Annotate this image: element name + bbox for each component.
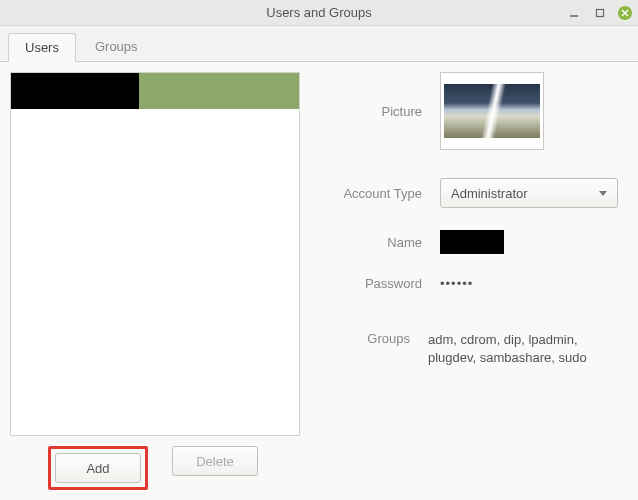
tab-groups[interactable]: Groups [78,32,155,61]
groups-value[interactable]: adm, cdrom, dip, lpadmin, plugdev, samba… [428,331,618,367]
row-name: Name [330,230,618,254]
label-password: Password [330,276,440,291]
row-account-type: Account Type Administrator [330,178,618,208]
tabbar: Users Groups [0,26,638,62]
user-row-selected[interactable] [11,73,299,109]
delete-button[interactable]: Delete [172,446,258,476]
label-picture: Picture [330,72,440,119]
label-name: Name [330,235,440,250]
picture-button[interactable] [440,72,544,150]
details-pane: Picture Account Type Administrator Name … [310,72,628,490]
add-highlight: Add [48,446,148,490]
window-title: Users and Groups [266,5,372,20]
account-type-value: Administrator [451,186,528,201]
password-value[interactable]: •••••• [440,276,473,291]
account-type-dropdown[interactable]: Administrator [440,178,618,208]
tab-users[interactable]: Users [8,33,76,62]
label-account-type: Account Type [330,186,440,201]
minimize-button[interactable] [566,5,582,21]
maximize-button[interactable] [592,5,608,21]
window-controls [566,0,632,26]
titlebar: Users and Groups [0,0,638,26]
avatar-image [444,84,540,138]
name-redacted-block[interactable] [440,230,504,254]
content-area: Add Delete Picture Account Type Administ… [0,62,638,500]
row-groups: Groups adm, cdrom, dip, lpadmin, plugdev… [330,331,618,367]
close-button[interactable] [618,6,632,20]
svg-rect-1 [597,10,604,17]
add-button[interactable]: Add [55,453,141,483]
label-groups: Groups [330,331,428,346]
window: Users and Groups Users Groups [0,0,638,500]
row-password: Password •••••• [330,276,618,291]
left-pane: Add Delete [10,72,300,490]
user-list[interactable] [10,72,300,436]
row-picture: Picture [330,72,618,150]
list-buttons: Add Delete [10,436,300,490]
chevron-down-icon [599,191,607,196]
user-redacted-block [11,73,139,109]
